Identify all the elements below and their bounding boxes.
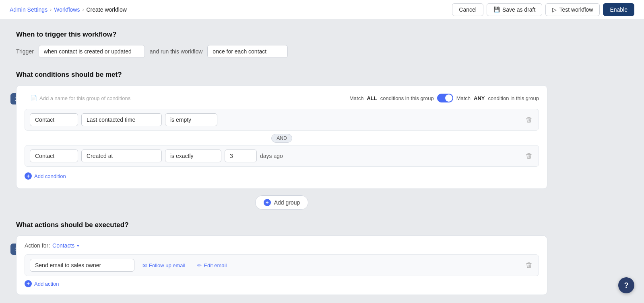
topbar-actions: Cancel 💾 Save as draft ▷ Test workflow E… — [452, 3, 634, 16]
edit-email-label: Edit email — [204, 262, 227, 268]
breadcrumb-workflows[interactable]: Workflows — [54, 6, 80, 13]
action-header: Action for: Contacts ▾ — [25, 242, 539, 249]
action-row-1: Send email to sales owner Send email to … — [25, 254, 539, 276]
breadcrumb-sep-1: › — [50, 7, 52, 12]
save-icon: 💾 — [493, 6, 500, 12]
edit-email-button[interactable]: ✏ Edit email — [193, 261, 231, 270]
match-toggle-row: Match ALL conditions in this group Match… — [349, 94, 539, 102]
delete-condition-1-button[interactable] — [524, 115, 534, 125]
save-draft-label: Save as draft — [502, 6, 536, 13]
actions-section-title: What actions should be executed? — [16, 221, 547, 229]
test-workflow-label: Test workflow — [559, 6, 593, 13]
group-name-placeholder-text: Add a name for this group of conditions — [39, 95, 130, 101]
actions-section: What actions should be executed? 1 Actio… — [16, 221, 547, 295]
action-group-1: Action for: Contacts ▾ Send email to sal… — [16, 235, 547, 295]
condition-2-operator-wrap: is exactly is empty — [165, 149, 221, 162]
trigger-select-wrap: when contact is created or updated when … — [39, 45, 145, 58]
match-any-bold: ANY — [474, 95, 485, 101]
breadcrumb-sep-2: › — [82, 7, 84, 12]
condition-2-field-wrap: Created at Last contacted time — [81, 149, 162, 162]
condition-2-operator-select[interactable]: is exactly is empty — [165, 149, 221, 162]
add-group-wrap: + Add group — [16, 195, 547, 210]
topbar: Admin Settings › Workflows › Create work… — [0, 0, 644, 19]
breadcrumb-admin[interactable]: Admin Settings — [10, 6, 47, 13]
test-workflow-button[interactable]: ▷ Test workflow — [545, 3, 600, 16]
days-label: days ago — [260, 153, 283, 159]
condition-row-2: Contact Company Created at Last contacte… — [25, 145, 539, 167]
connector-text: and run this workflow — [150, 48, 203, 55]
match-all-bold: ALL — [367, 95, 377, 101]
condition-1-operator-wrap: is empty is not empty is exactly — [165, 113, 217, 126]
help-label: ? — [624, 281, 629, 290]
add-condition-plus-icon: + — [25, 172, 32, 180]
edit-icon: ✏ — [197, 262, 202, 268]
email-icon: ✉ — [142, 262, 147, 268]
condition-1-field-select[interactable]: Last contacted time Created at Email — [81, 113, 162, 126]
days-value-input[interactable] — [225, 149, 257, 162]
group-header: 📄 Add a name for this group of condition… — [25, 94, 539, 102]
conditions-section-title: What conditions should be met? — [16, 71, 547, 79]
main-content: When to trigger this workflow? Trigger w… — [0, 19, 564, 303]
conditions-section: What conditions should be met? 1 📄 Add a… — [16, 71, 547, 210]
help-button[interactable]: ? — [618, 277, 634, 293]
match-any-prefix: Match — [456, 95, 471, 101]
run-select[interactable]: once for each contact every time once pe… — [207, 45, 288, 58]
toggle-knob — [445, 94, 452, 102]
enable-button[interactable]: Enable — [603, 3, 634, 16]
trigger-row: Trigger when contact is created or updat… — [16, 45, 547, 58]
match-all-suffix: conditions in this group — [380, 95, 434, 101]
save-draft-button[interactable]: 💾 Save as draft — [487, 3, 543, 16]
add-group-label: Add group — [274, 199, 300, 206]
add-group-button[interactable]: + Add group — [255, 195, 309, 210]
condition-group-wrapper: 1 📄 Add a name for this group of conditi… — [16, 85, 547, 189]
trash-icon-2 — [526, 153, 532, 159]
trigger-select[interactable]: when contact is created or updated when … — [39, 45, 145, 58]
doc-icon: 📄 — [30, 95, 37, 101]
condition-row-1: Contact Company Deal Last contacted time… — [25, 109, 539, 131]
trash-icon — [526, 117, 532, 123]
trigger-section: When to trigger this workflow? Trigger w… — [16, 31, 547, 58]
action-for-value[interactable]: Contacts — [52, 242, 74, 249]
match-toggle[interactable] — [437, 94, 453, 102]
cancel-button[interactable]: Cancel — [452, 3, 483, 16]
condition-1-operator-select[interactable]: is empty is not empty is exactly — [165, 113, 217, 126]
breadcrumb: Admin Settings › Workflows › Create work… — [10, 6, 127, 13]
group-name-area[interactable]: 📄 Add a name for this group of condition… — [30, 95, 130, 101]
and-divider: AND — [25, 134, 539, 143]
condition-1-field-wrap: Last contacted time Created at Email — [81, 113, 162, 126]
action-for-label: Action for: — [25, 242, 50, 249]
condition-2-entity-wrap: Contact Company — [30, 149, 78, 162]
and-pill: AND — [271, 134, 292, 143]
action-group-wrapper: 1 Action for: Contacts ▾ Send email to s… — [16, 235, 547, 295]
follow-up-email-label: Follow up email — [149, 262, 185, 268]
trigger-label: Trigger — [16, 48, 34, 55]
condition-group-1: 📄 Add a name for this group of condition… — [16, 85, 547, 189]
delete-action-1-button[interactable] — [524, 260, 534, 270]
add-condition-button[interactable]: + Add condition — [25, 170, 66, 182]
add-action-label: Add action — [34, 281, 59, 287]
trash-icon-action — [526, 262, 532, 268]
play-icon: ▷ — [552, 6, 557, 13]
match-any-suffix: condition in this group — [488, 95, 539, 101]
follow-up-email-button[interactable]: ✉ Follow up email — [138, 261, 189, 270]
action-for-chevron: ▾ — [77, 243, 79, 248]
add-group-plus-icon: + — [264, 199, 271, 206]
condition-1-entity-wrap: Contact Company Deal — [30, 113, 78, 126]
condition-2-entity-select[interactable]: Contact Company — [30, 149, 78, 162]
match-all-prefix: Match — [349, 95, 363, 101]
action-select-wrap: Send email to sales owner Send email to … — [30, 259, 134, 272]
condition-1-entity-select[interactable]: Contact Company Deal — [30, 113, 78, 126]
trigger-section-title: When to trigger this workflow? — [16, 31, 547, 39]
run-select-wrap: once for each contact every time once pe… — [207, 45, 288, 58]
add-condition-label: Add condition — [34, 173, 66, 179]
condition-2-field-select[interactable]: Created at Last contacted time — [81, 149, 162, 162]
breadcrumb-current: Create workflow — [86, 6, 126, 13]
delete-condition-2-button[interactable] — [524, 151, 534, 161]
add-action-button[interactable]: + Add action — [25, 276, 59, 288]
action-type-select[interactable]: Send email to sales owner Send email to … — [30, 259, 134, 272]
add-action-plus-icon: + — [25, 280, 32, 287]
